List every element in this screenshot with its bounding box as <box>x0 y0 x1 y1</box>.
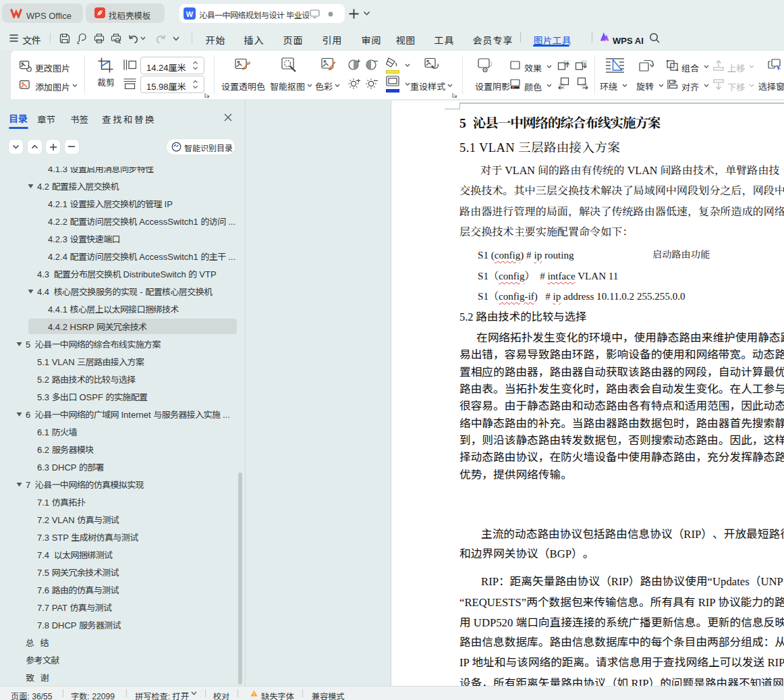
svg-text:W: W <box>186 10 194 18</box>
